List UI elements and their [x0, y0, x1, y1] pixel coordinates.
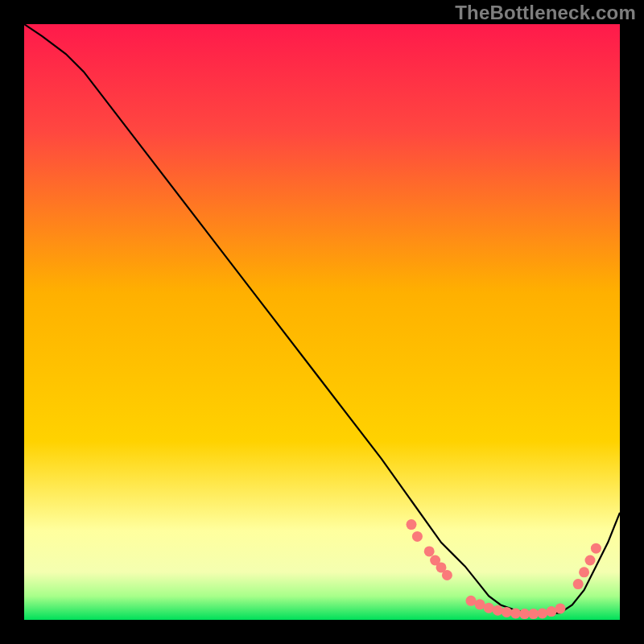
data-dot	[407, 519, 417, 530]
data-dot	[537, 608, 547, 618]
data-dot	[510, 608, 521, 618]
data-dot	[591, 543, 601, 554]
data-dot	[528, 609, 539, 619]
data-dot	[424, 546, 435, 556]
data-dot	[442, 570, 452, 580]
data-dot	[475, 599, 485, 609]
data-dot	[466, 596, 477, 606]
data-dot	[502, 607, 512, 617]
watermark-text: TheBottleneck.com	[455, 2, 636, 24]
gradient-bg	[24, 24, 620, 620]
data-dot	[546, 606, 556, 617]
data-dot	[484, 603, 494, 613]
data-dot	[579, 567, 589, 577]
data-dot	[412, 531, 423, 542]
data-dot	[493, 605, 503, 616]
chart-frame: TheBottleneck.com	[0, 0, 644, 644]
data-dot	[585, 555, 596, 566]
data-dot	[573, 579, 584, 589]
data-dot	[555, 603, 566, 613]
data-dot	[519, 609, 530, 619]
chart-svg	[24, 24, 620, 620]
plot-area	[24, 24, 620, 620]
